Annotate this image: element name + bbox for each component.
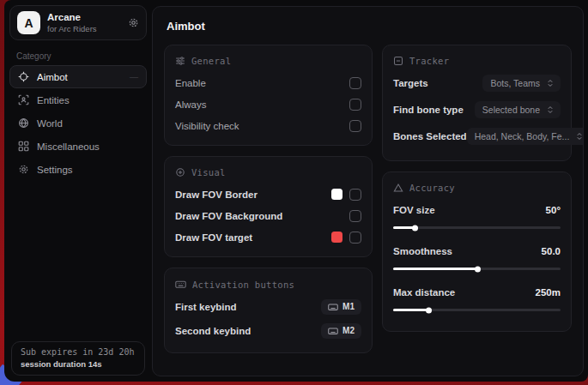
sidebar-item-label: Miscellaneous <box>37 141 100 152</box>
setting-row: First keybind M1 <box>175 296 361 317</box>
setting-row: Draw FOV target <box>175 226 361 248</box>
setting-row: Visibility check <box>175 115 361 136</box>
slider-fill <box>393 226 415 229</box>
sidebar-item-label: World <box>37 118 63 129</box>
sidebar: A Arcane for Arc Riders Category <box>4 0 149 382</box>
targets-dropdown[interactable]: Bots, Teams <box>482 75 561 92</box>
fov-border-color-swatch[interactable] <box>331 189 342 200</box>
activation-header: Activation buttons <box>175 279 361 290</box>
activation-card: Activation buttons First keybind M1 <box>164 268 373 353</box>
sidebar-item-settings[interactable]: Settings <box>9 158 147 181</box>
gear-icon <box>18 164 29 175</box>
right-column: Tracker Targets Bots, Teams <box>382 45 572 342</box>
grid-icon <box>18 141 29 152</box>
setting-row: Smoothness 50.0 <box>393 240 561 262</box>
box-minus-icon <box>393 56 403 66</box>
scan-person-icon <box>18 94 29 105</box>
tracker-card: Tracker Targets Bots, Teams <box>382 45 572 161</box>
triangle-icon <box>393 183 403 193</box>
fov-size-value: 50° <box>546 205 561 215</box>
keyboard-icon <box>328 302 338 312</box>
tracker-header: Tracker <box>393 56 561 66</box>
second-keybind-button[interactable]: M2 <box>321 323 361 339</box>
category-label: Category <box>16 51 143 61</box>
setting-row: Bones Selected Head, Neck, Body, Fe... <box>393 125 561 147</box>
left-column: General Enable Always Visibility check <box>164 45 373 364</box>
sliders-icon <box>175 56 185 66</box>
chevron-up-down-icon <box>546 79 555 87</box>
visual-card: Visual Draw FOV Border Draw FOV Backgrou… <box>164 156 373 257</box>
max-distance-value: 250m <box>536 287 561 298</box>
keyboard-icon <box>328 326 338 336</box>
visual-header: Visual <box>175 167 361 177</box>
enable-checkbox[interactable] <box>349 77 361 89</box>
fov-target-color-swatch[interactable] <box>331 232 342 243</box>
first-keybind-button[interactable]: M1 <box>321 299 361 315</box>
subscription-card: Sub expires in 23d 20h session duration … <box>11 341 145 376</box>
sidebar-item-entities[interactable]: Entities <box>9 88 147 111</box>
setting-row: Draw FOV Background <box>175 205 361 226</box>
setting-row: Targets Bots, Teams <box>393 72 561 93</box>
chevron-up-down-icon <box>546 105 555 114</box>
section-title: Accuracy <box>409 183 455 193</box>
gear-icon[interactable] <box>128 17 139 28</box>
general-header: General <box>175 56 361 66</box>
crosshair-icon <box>18 71 29 82</box>
section-title: General <box>191 56 231 66</box>
app-window: A Arcane for Arc Riders Category <box>4 0 588 382</box>
max-distance-slider[interactable] <box>393 309 561 311</box>
sidebar-item-label: Settings <box>37 165 73 175</box>
draw-fov-border-checkbox[interactable] <box>349 189 361 201</box>
setting-row: Always <box>175 93 361 115</box>
smoothness-slider[interactable] <box>393 268 561 270</box>
bones-selected-dropdown[interactable]: Head, Neck, Body, Fe... <box>467 128 584 145</box>
sidebar-item-aimbot[interactable]: Aimbot — <box>9 65 147 88</box>
active-item-hint: — <box>130 72 138 81</box>
draw-fov-background-checkbox[interactable] <box>349 210 361 222</box>
app-name: Arcane <box>47 11 97 23</box>
sidebar-item-label: Entities <box>37 95 70 105</box>
app-subtitle: for Arc Riders <box>47 24 97 34</box>
slider-fill <box>393 309 428 311</box>
globe-icon <box>18 117 29 129</box>
setting-row: Second keybind M2 <box>175 320 361 341</box>
sidebar-item-miscellaneous[interactable]: Miscellaneous <box>9 135 147 158</box>
app-logo: A <box>17 11 40 34</box>
keyboard-icon <box>175 279 186 290</box>
smoothness-value: 50.0 <box>542 246 561 256</box>
section-title: Visual <box>191 167 226 177</box>
sidebar-item-world[interactable]: World <box>9 111 147 135</box>
main-panel: Aimbot General <box>152 6 584 376</box>
session-duration: session duration 14s <box>21 359 136 369</box>
accuracy-card: Accuracy FOV size 50° Smoothness 50.0 <box>382 171 572 332</box>
sidebar-item-label: Aimbot <box>37 72 68 82</box>
subscription-expiry: Sub expires in 23d 20h <box>21 347 136 357</box>
find-bone-type-dropdown[interactable]: Selected bone <box>475 101 561 118</box>
chevron-up-down-icon <box>575 132 584 141</box>
draw-fov-target-checkbox[interactable] <box>349 232 361 244</box>
page-title: Aimbot <box>167 20 572 33</box>
desktop-background: A Arcane for Arc Riders Category <box>0 0 588 385</box>
accuracy-header: Accuracy <box>393 183 561 193</box>
app-title-block: Arcane for Arc Riders <box>47 11 97 33</box>
setting-row: Draw FOV Border <box>175 183 361 205</box>
slider-fill <box>393 268 477 270</box>
section-title: Tracker <box>409 56 449 66</box>
setting-row: Max distance 250m <box>393 281 561 303</box>
general-card: General Enable Always Visibility check <box>164 45 373 146</box>
always-checkbox[interactable] <box>349 99 361 111</box>
fov-size-slider[interactable] <box>393 226 561 229</box>
section-title: Activation buttons <box>192 280 294 290</box>
setting-row: FOV size 50° <box>393 199 561 220</box>
setting-row: Find bone type Selected bone <box>393 99 561 120</box>
visibility-check-checkbox[interactable] <box>349 120 361 132</box>
circle-plus-icon <box>175 167 185 177</box>
setting-row: Enable <box>175 72 361 93</box>
app-header-card: A Arcane for Arc Riders <box>9 5 147 40</box>
